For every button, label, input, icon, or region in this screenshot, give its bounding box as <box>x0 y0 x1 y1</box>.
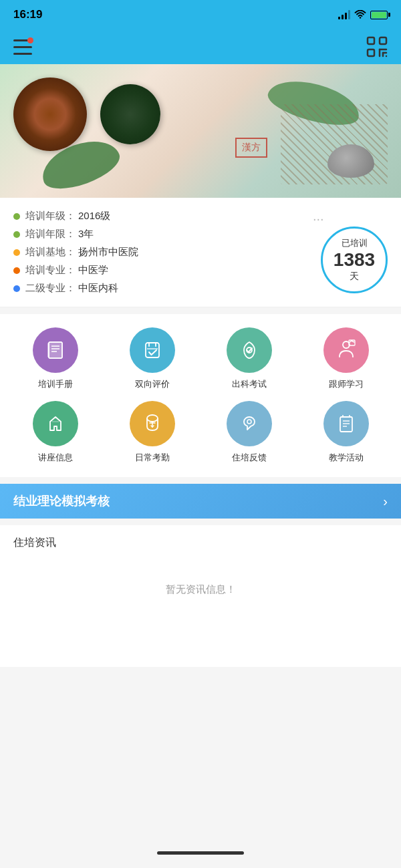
training-days-circle: 已培训 1383 天 <box>321 227 388 293</box>
info-row-base: 培训基地： 扬州市中医院 <box>13 246 310 259</box>
signal-icon <box>338 10 350 19</box>
menu-icon-attendance <box>130 401 175 446</box>
svg-point-20 <box>147 415 158 422</box>
info-label-base: 培训基地： <box>25 246 76 259</box>
menu-icon-teaching <box>323 401 369 446</box>
menu-item-follow-teacher[interactable]: 跟师学习 <box>297 327 394 390</box>
info-row-grade: 培训年级： 2016级 <box>13 210 310 223</box>
menu-icon-feedback <box>227 401 272 446</box>
menu-button[interactable] <box>13 39 32 54</box>
hero-banner: 漢方 <box>0 64 401 198</box>
info-value-grade: 2016级 <box>78 210 110 223</box>
menu-icon-follow-teacher <box>323 327 369 373</box>
info-value-years: 3年 <box>78 228 94 241</box>
menu-label-follow-teacher: 跟师学习 <box>329 378 364 390</box>
menu-icon-exam <box>227 327 272 373</box>
herb-bowl-2 <box>100 84 160 144</box>
menu-item-attendance[interactable]: 日常考勤 <box>104 401 200 464</box>
info-left: 培训年级： 2016级 培训年限： 3年 培训基地： 扬州市中医院 培训专业： … <box>13 210 310 295</box>
info-row-major: 培训专业： 中医学 <box>13 264 310 277</box>
stamp: 漢方 <box>235 138 267 158</box>
menu-label-lecture: 讲座信息 <box>38 452 73 464</box>
info-dot-submajor <box>13 285 20 292</box>
menu-icon-lecture <box>33 401 78 446</box>
svg-rect-8 <box>49 342 62 358</box>
info-label-years: 培训年限： <box>25 228 76 241</box>
info-label-grade: 培训年级： <box>25 210 76 223</box>
info-value-base: 扬州市中医院 <box>78 246 138 259</box>
menu-item-exam[interactable]: 出科考试 <box>200 327 297 390</box>
menu-label-teaching: 教学活动 <box>329 452 364 464</box>
menu-item-teaching[interactable]: 教学活动 <box>297 401 394 464</box>
graduation-exam-banner[interactable]: 结业理论模拟考核 › <box>0 484 401 519</box>
svg-rect-1 <box>380 37 386 44</box>
info-dot-grade <box>13 213 20 220</box>
info-label-submajor: 二级专业： <box>25 282 76 295</box>
menu-label-evaluation: 双向评价 <box>135 378 170 390</box>
info-dot-years <box>13 231 20 238</box>
info-label-major: 培训专业： <box>25 264 76 277</box>
status-icons <box>338 10 388 19</box>
bottom-spacer <box>0 613 401 667</box>
menu-item-evaluation[interactable]: 双向评价 <box>104 327 200 390</box>
menu-item-feedback[interactable]: 住培反馈 <box>200 401 297 464</box>
menu-item-handbook[interactable]: 培训手册 <box>7 327 104 390</box>
banner-arrow: › <box>383 494 388 509</box>
news-title: 住培资讯 <box>13 536 388 550</box>
wifi-icon <box>354 10 366 19</box>
info-value-major: 中医学 <box>78 264 108 277</box>
training-unit: 天 <box>350 271 359 283</box>
scan-button[interactable] <box>366 36 388 57</box>
menu-grid: 培训手册 双向评价 <box>7 327 394 464</box>
menu-icon-evaluation <box>130 327 175 373</box>
info-dot-base <box>13 249 20 256</box>
info-row-submajor: 二级专业： 中医内科 <box>13 282 310 295</box>
info-value-submajor: 中医内科 <box>78 282 118 295</box>
home-indicator <box>157 851 244 855</box>
news-section: 住培资讯 暂无资讯信息！ <box>0 525 401 613</box>
battery-icon <box>370 11 388 19</box>
menu-label-feedback: 住培反馈 <box>232 452 267 464</box>
svg-point-25 <box>247 420 251 424</box>
svg-rect-0 <box>368 37 374 44</box>
menu-label-exam: 出科考试 <box>232 378 267 390</box>
menu-label-attendance: 日常考勤 <box>135 452 170 464</box>
menu-item-lecture[interactable]: 讲座信息 <box>7 401 104 464</box>
herb-bowl-1 <box>13 78 87 151</box>
svg-rect-2 <box>368 49 374 56</box>
training-label: 已培训 <box>342 237 368 249</box>
more-options[interactable]: ··· <box>310 211 327 227</box>
notification-dot <box>27 37 33 43</box>
status-bar: 16:19 <box>0 0 401 29</box>
info-dot-major <box>13 267 20 274</box>
status-time: 16:19 <box>13 8 42 21</box>
menu-label-handbook: 培训手册 <box>38 378 73 390</box>
banner-text: 结业理论模拟考核 <box>13 493 110 509</box>
menu-icon-handbook <box>33 327 78 373</box>
info-section: 培训年级： 2016级 培训年限： 3年 培训基地： 扬州市中医院 培训专业： … <box>0 198 401 307</box>
news-empty-message: 暂无资讯信息！ <box>13 563 388 603</box>
info-row-years: 培训年限： 3年 <box>13 228 310 241</box>
menu-grid-section: 培训手册 双向评价 <box>0 314 401 477</box>
training-number: 1383 <box>333 251 375 269</box>
svg-rect-26 <box>340 417 352 432</box>
nav-bar <box>0 29 401 64</box>
